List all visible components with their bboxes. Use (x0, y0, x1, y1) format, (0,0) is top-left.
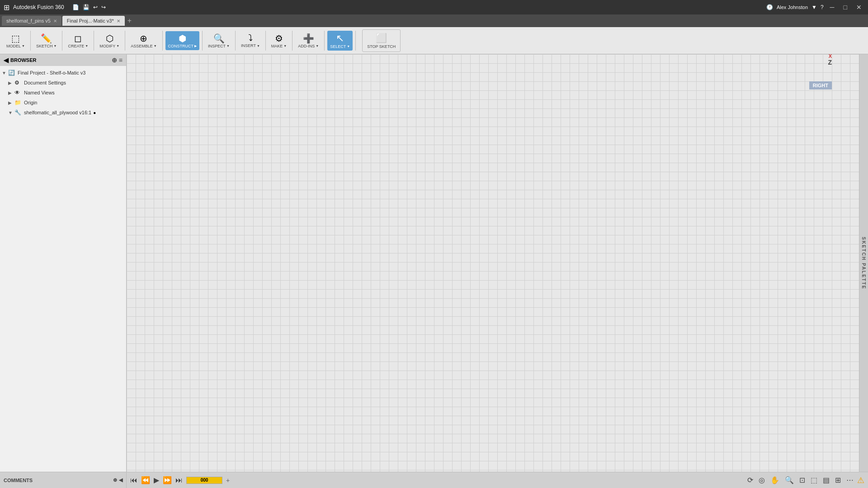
tree-item-origin[interactable]: ▶ 📁 Origin (0, 98, 126, 108)
tree-label-origin: Origin (24, 100, 37, 105)
restore-btn[interactable]: □ (841, 4, 850, 11)
tab-final-project[interactable]: Final Proj...·Matic v3* ✕ (62, 16, 125, 26)
user-chevron-icon[interactable]: ▼ (811, 4, 817, 10)
timeline-skip-end-button[interactable]: ⏭ (175, 476, 183, 484)
browser-settings-icon[interactable]: ≡ (119, 56, 123, 64)
browser-tree: ▼ 🔄 Final Project - Shelf-o-Matic v3 ▶ ⚙… (0, 66, 126, 472)
assemble-label: ASSEMBLE (131, 44, 153, 48)
timeline-progress[interactable]: 000 (186, 477, 222, 484)
undo-icon[interactable]: ↩ (93, 4, 98, 10)
orbit-button[interactable]: ⟳ (745, 475, 755, 485)
tabbar: shelfomat_f_pins v5 ✕ Final Proj...·Mati… (0, 14, 868, 27)
addins-chevron-icon: ▼ (316, 44, 319, 47)
tree-item-root[interactable]: ▼ 🔄 Final Project - Shelf-o-Matic v3 (0, 68, 126, 78)
tab-final-close[interactable]: ✕ (117, 19, 120, 23)
make-label: MAKE (271, 44, 283, 48)
tree-item-shelfomatic[interactable]: ▼ 🔧 shelfomatic_all_plywood v16:1 ● (0, 108, 126, 117)
model-label: MODEL (6, 44, 21, 48)
timeline: ⏮ ⏪ ▶ ⏩ ⏭ 000 + (127, 472, 742, 488)
addins-dropdown[interactable]: ➕ ADD-INS ▼ (295, 31, 321, 50)
assemble-dropdown[interactable]: ⊕ ASSEMBLE ▼ (128, 31, 159, 50)
timeline-add-icon[interactable]: + (226, 477, 230, 484)
tree-label-namedviews: Named Views (24, 90, 55, 95)
browser-actions: ⊕ ≡ (112, 56, 123, 64)
clock-icon[interactable]: 🕐 (766, 4, 773, 10)
addins-label: ADD-INS (298, 44, 315, 48)
sketch-palette-panel[interactable]: SKETCH PALETTE (859, 54, 868, 472)
sketch-canvas[interactable]: (3.00) (9.75) (9.00) (0.75) (4.0 (127, 54, 262, 122)
user-name[interactable]: Alex Johnston (777, 5, 808, 10)
look-at-button[interactable]: ◎ (757, 475, 767, 485)
insert-icon: ⤵ (248, 33, 253, 43)
model-icon: ⬚ (11, 33, 20, 44)
browser-expand-icon[interactable]: ⊕ (112, 56, 117, 64)
sep-10 (324, 31, 325, 51)
inspect-chevron-icon: ▼ (226, 44, 230, 47)
browser-header: ◀ BROWSER ⊕ ≡ (0, 54, 126, 66)
more-settings-button[interactable]: ⋯ (844, 475, 855, 485)
tab-shelfomat-close[interactable]: ✕ (53, 19, 57, 23)
display-settings-button[interactable]: ▤ (821, 475, 831, 485)
redo-icon[interactable]: ↪ (101, 4, 106, 10)
sep-7 (235, 31, 236, 51)
viewport-controls: ⟳ ◎ ✋ 🔍 ⊡ ⬚ ▤ ⊞ ⋯ ⚠ (742, 475, 868, 485)
timeline-skip-start-button[interactable]: ⏮ (130, 476, 137, 484)
fit-button[interactable]: ⊡ (797, 475, 807, 485)
tree-expand-shelfomatic[interactable]: ▼ (8, 110, 14, 115)
sep-9 (292, 31, 292, 51)
timeline-next-button[interactable]: ⏩ (163, 476, 172, 484)
tree-item-namedviews[interactable]: ▶ 👁 Named Views (0, 88, 126, 98)
stop-sketch-icon: ⬜ (376, 33, 387, 43)
tab-shelfomat-label: shelfomat_f_pins v5 (6, 18, 51, 23)
construct-dropdown[interactable]: ⬢ CONSTRUCT ▶ (165, 31, 200, 50)
grid-settings-button[interactable]: ⊞ (833, 475, 843, 485)
assemble-chevron-icon: ▼ (154, 44, 157, 47)
browser-title: BROWSER (10, 57, 36, 63)
make-dropdown[interactable]: ⚙ MAKE ▼ (269, 31, 289, 50)
stop-sketch-label: STOP SKETCH (367, 44, 396, 49)
tree-expand-docsettings[interactable]: ▶ (8, 80, 14, 85)
file-icon[interactable]: 📄 (72, 4, 79, 10)
select-icon: ↖ (336, 33, 344, 44)
save-icon[interactable]: 💾 (83, 4, 90, 10)
tree-item-docsettings[interactable]: ▶ ⚙ Document Settings (0, 78, 126, 88)
inspect-dropdown[interactable]: 🔍 INSPECT ▼ (205, 31, 232, 50)
comments-expand-icon[interactable]: ⊕ (113, 477, 117, 483)
create-dropdown[interactable]: ◻ CREATE ▼ (65, 31, 91, 50)
tree-icon-namedviews: 👁 (14, 89, 23, 96)
zoom-window-button[interactable]: ⬚ (809, 475, 819, 485)
sep-1 (30, 31, 31, 51)
make-icon: ⚙ (275, 33, 283, 44)
comments-collapse-icon[interactable]: ◀ (119, 477, 123, 483)
select-dropdown[interactable]: ↖ SELECT ▼ (327, 31, 353, 51)
assemble-icon: ⊕ (140, 33, 147, 44)
tree-icon-docsettings: ⚙ (14, 80, 23, 86)
modify-dropdown[interactable]: ⬡ MODIFY ▼ (97, 31, 122, 50)
stop-sketch-button[interactable]: ⬜ STOP SKETCH (362, 29, 401, 52)
tab-shelfomat[interactable]: shelfomat_f_pins v5 ✕ (2, 16, 61, 26)
insert-dropdown[interactable]: ⤵ INSERT ▼ (238, 31, 263, 50)
model-dropdown[interactable]: ⬚ MODEL ▼ (4, 31, 28, 50)
viewport[interactable]: (3.00) (9.75) (9.00) (0.75) (4.0 (127, 54, 868, 472)
close-btn[interactable]: ✕ (854, 4, 864, 11)
titlebar-left: ⊞ Autodesk Fusion 360 📄 💾 ↩ ↪ (4, 3, 106, 12)
tree-expand-root[interactable]: ▼ (2, 70, 8, 75)
select-label: SELECT (330, 44, 346, 49)
minimize-btn[interactable]: ─ (827, 4, 837, 11)
tab-add-button[interactable]: + (126, 17, 133, 25)
app-grid-icon[interactable]: ⊞ (4, 3, 9, 12)
browser-collapse-icon[interactable]: ◀ (4, 56, 9, 64)
help-icon[interactable]: ? (821, 4, 824, 10)
sketch-dropdown[interactable]: ✏️ SKETCH ▼ (33, 31, 59, 50)
tree-icon-shelfomatic: 🔧 (14, 109, 23, 116)
tree-expand-origin[interactable]: ▶ (8, 100, 14, 105)
tree-badge-shelfomatic: ● (93, 110, 96, 115)
titlebar: ⊞ Autodesk Fusion 360 📄 💾 ↩ ↪ 🕐 Alex Joh… (0, 0, 868, 14)
pan-button[interactable]: ✋ (769, 475, 781, 485)
modify-label: MODIFY (99, 44, 115, 48)
tree-expand-namedviews[interactable]: ▶ (8, 90, 14, 95)
timeline-prev-button[interactable]: ⏪ (141, 476, 150, 484)
zoom-button[interactable]: 🔍 (783, 475, 796, 485)
timeline-play-button[interactable]: ▶ (154, 476, 159, 484)
modify-chevron-icon: ▼ (116, 44, 119, 47)
